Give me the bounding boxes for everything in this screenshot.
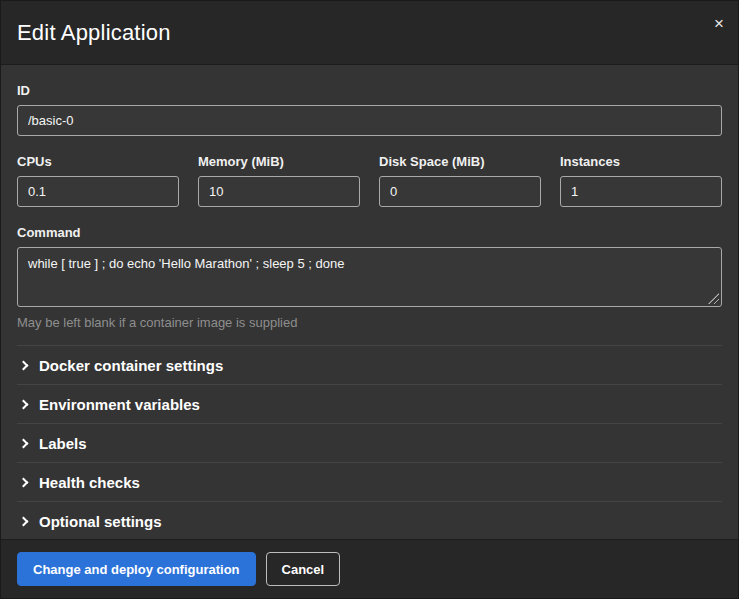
section-label: Health checks xyxy=(39,474,140,491)
id-field-group: ID xyxy=(17,83,722,136)
chevron-right-icon xyxy=(19,360,29,370)
id-input[interactable] xyxy=(17,105,722,136)
modal-footer: Change and deploy configuration Cancel xyxy=(1,539,738,598)
command-label: Command xyxy=(17,225,722,240)
section-labels[interactable]: Labels xyxy=(17,424,722,463)
close-icon[interactable]: × xyxy=(714,15,724,32)
cancel-button[interactable]: Cancel xyxy=(266,552,341,586)
id-label: ID xyxy=(17,83,722,98)
section-label: Optional settings xyxy=(39,513,162,530)
instances-input[interactable] xyxy=(560,176,722,207)
cpus-field-group: CPUs xyxy=(17,154,179,207)
modal-header: Edit Application × xyxy=(1,1,738,65)
command-help-text: May be left blank if a container image i… xyxy=(17,315,722,330)
command-textarea-wrap: while [ true ] ; do echo 'Hello Marathon… xyxy=(17,247,722,307)
chevron-right-icon xyxy=(19,438,29,448)
section-docker-container-settings[interactable]: Docker container settings xyxy=(17,346,722,385)
section-environment-variables[interactable]: Environment variables xyxy=(17,385,722,424)
section-label: Environment variables xyxy=(39,396,200,413)
disk-label: Disk Space (MiB) xyxy=(379,154,541,169)
section-health-checks[interactable]: Health checks xyxy=(17,463,722,502)
section-optional-settings[interactable]: Optional settings xyxy=(17,502,722,539)
chevron-right-icon xyxy=(19,399,29,409)
cpus-label: CPUs xyxy=(17,154,179,169)
edit-application-modal: Edit Application × ID CPUs Memory (MiB) … xyxy=(0,0,739,599)
modal-title: Edit Application xyxy=(17,20,171,46)
disk-field-group: Disk Space (MiB) xyxy=(379,154,541,207)
chevron-right-icon xyxy=(19,477,29,487)
collapsible-sections: Docker container settings Environment va… xyxy=(17,345,722,539)
memory-label: Memory (MiB) xyxy=(198,154,360,169)
command-textarea[interactable]: while [ true ] ; do echo 'Hello Marathon… xyxy=(17,247,722,307)
resources-row: CPUs Memory (MiB) Disk Space (MiB) Insta… xyxy=(17,154,722,207)
instances-field-group: Instances xyxy=(560,154,722,207)
memory-input[interactable] xyxy=(198,176,360,207)
chevron-right-icon xyxy=(19,517,29,527)
instances-label: Instances xyxy=(560,154,722,169)
command-field-group: Command while [ true ] ; do echo 'Hello … xyxy=(17,225,722,330)
cpus-input[interactable] xyxy=(17,176,179,207)
section-label: Labels xyxy=(39,435,87,452)
section-label: Docker container settings xyxy=(39,357,223,374)
modal-body: ID CPUs Memory (MiB) Disk Space (MiB) In… xyxy=(1,65,738,539)
memory-field-group: Memory (MiB) xyxy=(198,154,360,207)
disk-input[interactable] xyxy=(379,176,541,207)
change-and-deploy-button[interactable]: Change and deploy configuration xyxy=(17,552,256,586)
